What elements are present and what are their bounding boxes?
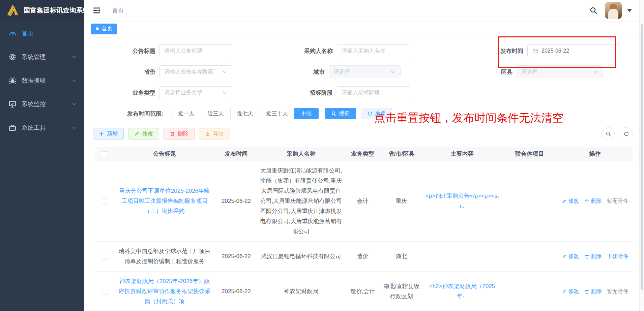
- export-button[interactable]: 导出: [199, 128, 230, 139]
- trash-icon: [584, 254, 589, 259]
- business-type-select[interactable]: 请选择业务类型: [159, 86, 232, 99]
- main-content-link[interactable]: <p>询比采购公告</p><p><str..: [426, 193, 499, 209]
- header-search-icon[interactable]: [589, 6, 597, 14]
- edit-icon: [562, 254, 567, 259]
- publish-range-group: 近一天 近三天 近七天 近三十天 不限: [172, 108, 319, 119]
- edit-icon: [562, 289, 567, 294]
- edit-button[interactable]: 修改: [128, 128, 159, 139]
- col-region: 省/市/区县: [380, 147, 422, 161]
- add-button[interactable]: 新增: [93, 128, 124, 139]
- field-district: 区县 请选择: [410, 65, 620, 78]
- district-select[interactable]: 请选择: [517, 65, 603, 78]
- refresh-icon: [367, 111, 373, 116]
- select-all-checkbox[interactable]: [102, 151, 108, 157]
- monitor-icon: [8, 100, 17, 108]
- sidebar: 国富集团标讯查询系统 首页: [0, 0, 84, 311]
- gear-icon: [8, 53, 17, 61]
- delete-button[interactable]: 删除: [164, 128, 195, 139]
- announce-title-link[interactable]: 神农架财政局（2025年-2026年）政府投资财政评审协作服务框架协议采购（封闭…: [119, 278, 210, 305]
- sidebar-collapse-icon[interactable]: [92, 6, 101, 15]
- page-scrollbar[interactable]: [639, 0, 644, 311]
- range-option-last-day[interactable]: 近一天: [172, 108, 201, 119]
- row-edit-link[interactable]: 修改: [562, 196, 579, 206]
- download-attachment-link[interactable]: 下载附件: [607, 251, 628, 261]
- sidebar-item-system-tools[interactable]: 系统工具: [0, 116, 84, 139]
- joint-project-cell: [502, 272, 557, 311]
- row-actions: 修改 删除 暂无附件: [560, 286, 630, 297]
- avatar[interactable]: [605, 2, 622, 19]
- app-title: 国富集团标讯查询系统: [24, 6, 89, 15]
- field-city: 城市 请选择: [232, 65, 410, 78]
- refresh-table-button[interactable]: [620, 127, 633, 140]
- province-select[interactable]: 请输入省份名称搜索: [159, 65, 232, 78]
- download-icon: [205, 131, 210, 136]
- row-edit-link[interactable]: 修改: [562, 286, 579, 297]
- trash-icon: [170, 131, 175, 136]
- tab-home[interactable]: 首页: [91, 24, 117, 34]
- purchaser-cell: 神农架财政局: [257, 272, 345, 311]
- range-option-last-30-days[interactable]: 近三十天: [260, 108, 295, 119]
- table-row: 神农架财政局（2025年-2026年）政府投资财政评审协作服务框架协议采购（封闭…: [95, 272, 633, 311]
- business-type-cell: 造价,会计: [345, 272, 380, 311]
- joint-project-cell: [502, 242, 557, 272]
- chevron-down-icon: [222, 69, 227, 74]
- scrollbar-thumb[interactable]: [641, 24, 643, 290]
- purchaser-cell: 武汉江夏锂电循环科技有限公司: [257, 242, 345, 272]
- sidebar-item-system-monitor[interactable]: 系统监控: [0, 92, 84, 116]
- row-delete-link[interactable]: 删除: [584, 196, 602, 206]
- app-logo-bar: 国富集团标讯查询系统: [0, 0, 84, 21]
- search-button[interactable]: 搜索: [325, 108, 356, 119]
- active-tab-dot-icon: [96, 27, 99, 30]
- sidebar-item-home[interactable]: 首页: [0, 22, 84, 45]
- announce-title-input[interactable]: [165, 48, 227, 54]
- bid-stage-input[interactable]: [342, 90, 405, 96]
- city-select[interactable]: 请选择: [329, 65, 401, 78]
- tags-view-bar: 首页: [84, 21, 639, 37]
- row-delete-link[interactable]: 删除: [584, 286, 602, 297]
- row-checkbox[interactable]: [102, 254, 108, 260]
- edit-icon: [562, 199, 567, 204]
- publish-time-value: 2025-06-22: [541, 48, 569, 54]
- refresh-icon: [623, 131, 629, 137]
- toolbox-icon: [8, 124, 17, 132]
- trash-icon: [584, 199, 589, 204]
- region-cell: 湖北: [380, 242, 422, 272]
- sidebar-item-data-crawl[interactable]: 数据抓取: [0, 69, 84, 92]
- range-option-last-7-days[interactable]: 近七天: [230, 108, 260, 119]
- announce-title-text: 瑞科美中国总部及全球示范工厂项目清单及控制价编制工程造价服务: [119, 248, 210, 265]
- row-checkbox[interactable]: [102, 289, 108, 295]
- toolbar-right: [602, 127, 633, 140]
- row-delete-link[interactable]: 删除: [584, 251, 602, 261]
- purchaser-cell: 大唐重庆黔江清洁能源有限公司,渝能（集团）有限责任公司,重庆大唐国际武隆兴顺风电…: [257, 161, 345, 242]
- search-icon: [331, 111, 336, 116]
- caret-down-icon[interactable]: [627, 9, 632, 12]
- chevron-down-icon: [593, 69, 598, 74]
- publish-range-label: 发布时间范围:: [127, 110, 164, 118]
- show-search-toggle-button[interactable]: [602, 127, 615, 140]
- sidebar-menu: 首页 系统管理: [0, 21, 84, 139]
- table-toolbar: 新增 修改 删除 导出: [84, 127, 639, 140]
- col-purchaser: 采购人名称: [257, 147, 345, 161]
- field-purchaser: 采购人名称: [232, 44, 410, 57]
- purchaser-input[interactable]: [342, 48, 405, 54]
- col-joint-project: 联合体项目: [502, 147, 557, 161]
- range-option-unlimited[interactable]: 不限: [294, 108, 319, 119]
- chevron-down-icon: [222, 90, 227, 95]
- chevron-down-icon: [71, 101, 77, 107]
- field-bid-stage: 招标阶段: [232, 86, 410, 99]
- business-type-cell: 造价: [345, 242, 380, 272]
- publish-time-datepicker[interactable]: 2025-06-22: [527, 44, 620, 57]
- row-edit-link[interactable]: 修改: [562, 251, 579, 261]
- header-right: [589, 2, 632, 19]
- announce-title-link[interactable]: 重庆分公司下属单位2025-2026年竣工项目竣工决算报告编制服务项目（二）询比…: [119, 188, 210, 214]
- publish-date-cell: 2025-06-22: [215, 272, 257, 311]
- range-option-last-3-days[interactable]: 近三天: [201, 108, 231, 119]
- col-actions: 操作: [557, 147, 633, 161]
- table-row: 瑞科美中国总部及全球示范工厂项目清单及控制价编制工程造价服务 2025-06-2…: [95, 242, 633, 272]
- attachment-status: 暂无附件: [607, 286, 628, 297]
- row-checkbox[interactable]: [102, 198, 108, 205]
- sidebar-item-system-management[interactable]: 系统管理: [0, 45, 84, 69]
- main-content-link[interactable]: <h2>神农架财政局（2025年-..: [429, 283, 495, 300]
- trash-icon: [584, 289, 589, 294]
- search-icon: [606, 131, 611, 137]
